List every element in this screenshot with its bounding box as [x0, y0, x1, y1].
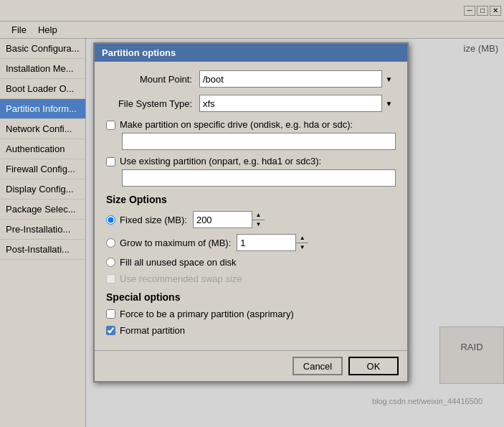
specific-drive-checkbox[interactable] — [106, 121, 115, 130]
specific-drive-input[interactable] — [122, 133, 396, 150]
filesystem-select[interactable]: xfs — [199, 95, 396, 112]
fill-all-row: Fill all unused space on disk — [106, 257, 396, 268]
watermark: blog.csdn.net/weixin_44416500 — [372, 397, 482, 405]
sidebar-item-network-config[interactable]: Network Confi... — [0, 119, 85, 139]
fill-all-label: Fill all unused space on disk — [120, 257, 237, 268]
sidebar-item-post-install[interactable]: Post-Installati... — [0, 240, 85, 260]
use-swap-label: Use recommended swap size — [120, 273, 242, 284]
ok-button[interactable]: OK — [348, 357, 399, 375]
sidebar-item-installation-me[interactable]: Installation Me... — [0, 59, 85, 79]
filesystem-label: File System Type: — [106, 98, 199, 109]
dialog-footer: Cancel OK — [95, 350, 407, 381]
minimize-button[interactable]: ─ — [464, 6, 475, 16]
fixed-size-label: Fixed size (MB): — [120, 215, 187, 225]
fixed-size-down-button[interactable]: ▼ — [252, 220, 265, 229]
mount-point-label: Mount Point: — [106, 74, 199, 85]
grow-max-down-button[interactable]: ▼ — [296, 243, 308, 252]
dialog-body: Mount Point: /boot ▼ File System Type: — [95, 62, 407, 350]
filesystem-row: File System Type: xfs ▼ — [106, 95, 396, 112]
fixed-size-spinner: ▲ ▼ — [193, 211, 265, 228]
grow-max-radio[interactable] — [106, 238, 115, 248]
grow-max-spinner: ▲ ▼ — [237, 234, 308, 251]
size-options-title: Size Options — [106, 194, 396, 205]
force-primary-row: Force to be a primary partition (asprima… — [106, 309, 396, 319]
fixed-size-radio[interactable] — [106, 215, 115, 225]
dialog-title: Partition options — [95, 44, 407, 62]
menu-file[interactable]: File — [6, 23, 32, 37]
fixed-size-up-button[interactable]: ▲ — [252, 211, 265, 220]
format-label: Format partition — [120, 325, 185, 336]
fill-all-radio[interactable] — [106, 258, 115, 267]
use-swap-checkbox — [106, 274, 115, 283]
existing-partition-input[interactable] — [122, 169, 396, 187]
main-layout: Basic Configura... Installation Me... Bo… — [0, 39, 504, 427]
menu-help[interactable]: Help — [32, 23, 63, 37]
sidebar-item-firewall-config[interactable]: Firewall Config... — [0, 159, 85, 179]
partition-options-dialog: Partition options Mount Point: /boot ▼ — [93, 42, 409, 383]
use-swap-row: Use recommended swap size — [106, 273, 396, 284]
specific-drive-label: Make partition on specific drive (ondisk… — [120, 119, 353, 130]
window-chrome: ─ □ ✕ — [0, 0, 504, 22]
grow-max-row: Grow to maximum of (MB): ▲ ▼ — [106, 234, 396, 251]
format-row: Format partition — [106, 325, 396, 336]
dialog-overlay: Partition options Mount Point: /boot ▼ — [86, 39, 504, 427]
fixed-size-row: Fixed size (MB): ▲ ▼ — [106, 211, 396, 228]
maximize-button[interactable]: □ — [477, 6, 488, 16]
format-checkbox[interactable] — [106, 326, 115, 335]
existing-partition-checkbox[interactable] — [106, 157, 115, 166]
mount-point-row: Mount Point: /boot ▼ — [106, 70, 396, 88]
mount-point-select[interactable]: /boot — [199, 70, 396, 88]
force-primary-label: Force to be a primary partition (asprima… — [120, 309, 294, 319]
cancel-button[interactable]: Cancel — [293, 357, 343, 375]
fixed-size-spin-buttons: ▲ ▼ — [252, 211, 265, 228]
existing-partition-label: Use existing partition (onpart, e.g. hda… — [120, 156, 321, 166]
sidebar-item-basic-config[interactable]: Basic Configura... — [0, 39, 85, 59]
grow-max-spin-buttons: ▲ ▼ — [295, 234, 308, 251]
sidebar-item-boot-loader[interactable]: Boot Loader O... — [0, 79, 85, 99]
grow-max-up-button[interactable]: ▲ — [296, 234, 308, 243]
sidebar-item-partition-info[interactable]: Partition Inform... — [0, 99, 85, 119]
sidebar: Basic Configura... Installation Me... Bo… — [0, 39, 86, 427]
grow-max-label: Grow to maximum of (MB): — [120, 238, 231, 248]
mount-point-select-wrapper: /boot ▼ — [199, 70, 396, 88]
content-area: ize (MB) RAID Partition options Mount Po… — [86, 39, 504, 427]
menubar: File Help — [0, 22, 504, 39]
sidebar-item-authentication[interactable]: Authentication — [0, 139, 85, 159]
sidebar-item-display-config[interactable]: Display Config... — [0, 179, 85, 200]
filesystem-select-wrapper: xfs ▼ — [199, 95, 396, 112]
force-primary-checkbox[interactable] — [106, 309, 115, 319]
sidebar-item-pre-install[interactable]: Pre-Installatio... — [0, 220, 85, 240]
special-options-title: Special options — [106, 291, 396, 303]
close-button[interactable]: ✕ — [490, 6, 501, 16]
sidebar-item-package-select[interactable]: Package Selec... — [0, 200, 85, 220]
